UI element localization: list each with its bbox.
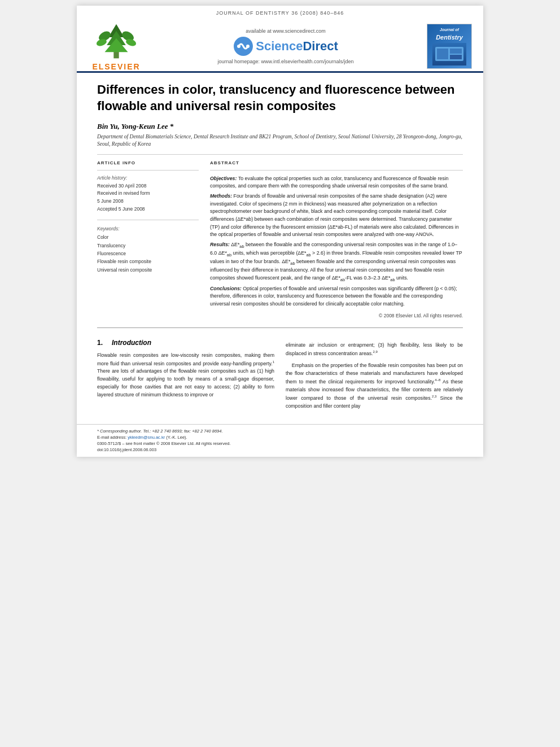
- divider-abstract: [210, 170, 463, 171]
- journal-homepage-text: journal homepage: www.intl.elsevierhealt…: [217, 59, 353, 64]
- authors-text: Bin Yu, Yong-Keun Lee *: [97, 122, 173, 130]
- intro-body-left: Flowable resin composites are low-viscos…: [97, 352, 274, 399]
- email-suffix: (Y.-K. Lee).: [165, 435, 187, 440]
- email-note: E-mail address: ykleedm@snu.ac.kr (Y.-K.…: [97, 434, 463, 440]
- methods-text: Four brands of flowable and universal re…: [210, 193, 459, 237]
- divider-info: [97, 170, 199, 171]
- results-text: ΔE*ab between the flowable and the corre…: [210, 242, 462, 281]
- footer-notes: * Corresponding author. Tel.: +82 2 740 …: [97, 425, 463, 457]
- svg-point-9: [237, 45, 240, 48]
- divider-keywords: [97, 220, 199, 220]
- intro-right-col: eliminate air inclusion or entrapment; (…: [286, 337, 463, 410]
- footer-area: * Corresponding author. Tel.: +82 2 740 …: [77, 424, 483, 457]
- email-label: E-mail address:: [97, 435, 128, 440]
- conclusions-label: Conclusions:: [210, 286, 243, 291]
- abstract-methods: Methods: Four brands of flowable and uni…: [210, 193, 463, 239]
- received-date: Received 30 April 2008 Received in revis…: [97, 182, 199, 213]
- doi-line: doi:10.1016/j.jdent.2008.06.003: [97, 447, 463, 453]
- intro-left-col: 1. Introduction Flowable resin composite…: [97, 337, 274, 410]
- elsevier-brand-text: ELSEVIER: [92, 62, 140, 71]
- main-divider: [97, 327, 463, 328]
- article-info-label: ARTICLE INFO: [97, 160, 199, 165]
- sciencedirect-center: available at www.sciencedirect.com Scien…: [145, 28, 427, 64]
- methods-label: Methods:: [210, 193, 234, 199]
- objectives-text: To evaluate the optical properties such …: [210, 176, 449, 189]
- sciencedirect-text: ScienceDirect: [256, 39, 338, 54]
- divider-1: [97, 154, 463, 155]
- revised-date-text: 5 June 2008: [97, 198, 199, 206]
- affiliation: Department of Dental Biomaterials Scienc…: [97, 133, 463, 148]
- svg-rect-13: [450, 49, 462, 54]
- introduction-section: 1. Introduction Flowable resin composite…: [97, 337, 463, 410]
- authors: Bin Yu, Yong-Keun Lee *: [97, 122, 463, 131]
- sciencedirect-logo: ScienceDirect: [233, 36, 338, 56]
- info-abstract-section: ARTICLE INFO Article history: Received 3…: [97, 160, 463, 318]
- abstract-label: ABSTRACT: [210, 160, 463, 165]
- abstract-objectives: Objectives: To evaluate the optical prop…: [210, 175, 463, 190]
- intro-body-right-1: eliminate air inclusion or entrapment; (…: [286, 342, 463, 358]
- elsevier-logo: ELSEVIER: [88, 21, 145, 71]
- article-page: JOURNAL OF DENTISTRY 36 (2008) 840–846 E…: [77, 6, 483, 457]
- accepted-text: Accepted 5 June 2008: [97, 206, 199, 213]
- abstract-col: ABSTRACT Objectives: To evaluate the opt…: [210, 160, 463, 318]
- corresponding-author-note: * Corresponding author. Tel.: +82 2 740 …: [97, 428, 463, 434]
- section-title: Introduction: [112, 339, 151, 347]
- objectives-label: Objectives:: [210, 176, 238, 181]
- intro-body-right-2: Emphasis on the properties of the flowab…: [286, 362, 463, 410]
- keyword-3: Fluorescence: [97, 250, 199, 257]
- corresponding-text: * Corresponding author. Tel.: +82 2 740 …: [97, 429, 223, 434]
- svg-point-10: [246, 45, 250, 48]
- history-label: Article history:: [97, 175, 199, 181]
- header-logos: ELSEVIER available at www.sciencedirect.…: [77, 18, 483, 73]
- received-text: Received 30 April 2008: [97, 182, 199, 190]
- sciencedirect-icon: [233, 36, 253, 56]
- abstract-conclusions: Conclusions: Optical properties of flowa…: [210, 285, 463, 308]
- copyright-line: © 2008 Elsevier Ltd. All rights reserved…: [210, 313, 463, 318]
- svg-rect-12: [437, 49, 448, 59]
- revised-text: Received in revised form: [97, 190, 199, 198]
- issn-line: 0300-5712/$ – see front matter © 2008 El…: [97, 440, 463, 447]
- available-text: available at www.sciencedirect.com: [246, 28, 326, 34]
- abstract-body: Objectives: To evaluate the optical prop…: [210, 175, 463, 308]
- article-content: Differences in color, translucency and f…: [77, 73, 483, 420]
- article-info-col: ARTICLE INFO Article history: Received 3…: [97, 160, 199, 318]
- elsevier-tree-icon: [94, 21, 139, 61]
- results-label: Results:: [210, 242, 231, 247]
- journal-cover-image: Journal of Dentistry: [427, 24, 472, 69]
- journal-name-header: JOURNAL OF DENTISTRY 36 (2008) 840–846: [77, 6, 483, 18]
- conclusions-text: Optical properties of flowable and unive…: [210, 286, 457, 307]
- article-title: Differences in color, translucency and f…: [97, 82, 463, 114]
- abstract-results: Results: ΔE*ab between the flowable and …: [210, 241, 463, 283]
- keywords-list: Color Translucency Fluorescence Flowable…: [97, 233, 199, 274]
- section-number: 1.: [97, 339, 103, 347]
- svg-rect-14: [450, 55, 462, 59]
- keywords-label: Keywords:: [97, 226, 199, 231]
- section-heading: 1. Introduction: [97, 337, 274, 347]
- keyword-5: Universal resin composite: [97, 266, 199, 274]
- keyword-1: Color: [97, 233, 199, 241]
- journal-name-text: JOURNAL OF DENTISTRY 36 (2008) 840–846: [216, 10, 344, 16]
- email-link[interactable]: ykleedm@snu.ac.kr: [128, 435, 165, 440]
- keyword-4: Flowable resin composite: [97, 257, 199, 265]
- keyword-2: Translucency: [97, 242, 199, 250]
